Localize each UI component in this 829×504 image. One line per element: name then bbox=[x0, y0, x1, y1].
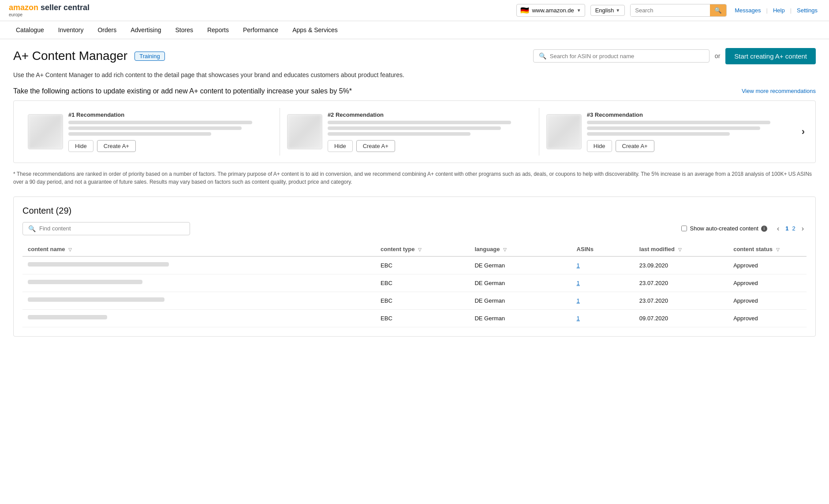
nav-advertising[interactable]: Advertising bbox=[123, 21, 168, 39]
header-links: Messages | Help | Settings bbox=[732, 7, 820, 14]
table-row: EBC DE German 1 23.09.2020 Approved bbox=[22, 256, 807, 274]
header-search-input[interactable] bbox=[631, 4, 710, 16]
table-cell-status-3: Approved bbox=[728, 292, 807, 309]
th-asins: ASINs bbox=[571, 242, 634, 256]
sort-last-modified-icon[interactable]: ▽ bbox=[678, 247, 682, 252]
next-page-button[interactable]: › bbox=[799, 224, 807, 233]
show-auto-label: Show auto-created content bbox=[690, 225, 758, 232]
rec-number-3: #3 Recommendation bbox=[587, 111, 791, 118]
nav-apps-services[interactable]: Apps & Services bbox=[285, 21, 345, 39]
table-cell-type-3: EBC bbox=[375, 292, 469, 309]
start-creating-button[interactable]: Start creating A+ content bbox=[725, 48, 816, 64]
table-cell-status-4: Approved bbox=[728, 309, 807, 327]
table-body: EBC DE German 1 23.09.2020 Approved EBC … bbox=[22, 256, 807, 327]
table-cell-lang-4: DE German bbox=[469, 309, 571, 327]
or-text: or bbox=[715, 52, 720, 59]
asins-link-4[interactable]: 1 bbox=[577, 315, 580, 322]
content-section: Content (29) 🔍 Show auto-created content… bbox=[13, 196, 816, 337]
sort-content-type-icon[interactable]: ▽ bbox=[418, 247, 422, 252]
content-section-title: Content (29) bbox=[22, 206, 807, 216]
rec-image-2 bbox=[287, 114, 322, 149]
prev-page-button[interactable]: ‹ bbox=[774, 224, 782, 233]
page-title-row: A+ Content Manager Training 🔍 or Start c… bbox=[13, 48, 816, 64]
footnote-text: * These recommendations are ranked in or… bbox=[13, 170, 816, 186]
rec-text-line-3a bbox=[587, 121, 771, 124]
carousel-container: #1 Recommendation Hide Create A+ #2 Reco… bbox=[13, 100, 816, 163]
asin-search-icon: 🔍 bbox=[539, 52, 546, 59]
rec-info-2: #2 Recommendation Hide Create A+ bbox=[328, 111, 532, 152]
dropdown-arrow-icon: ▼ bbox=[577, 8, 581, 13]
th-language: language ▽ bbox=[469, 242, 571, 256]
recommendation-card-3: #3 Recommendation Hide Create A+ bbox=[539, 108, 798, 156]
main-nav: Catalogue Inventory Orders Advertising S… bbox=[0, 21, 829, 39]
rec-hide-button-3[interactable]: Hide bbox=[587, 140, 612, 152]
page-title: A+ Content Manager bbox=[13, 49, 127, 63]
nav-catalogue[interactable]: Catalogue bbox=[9, 21, 51, 39]
rec-create-button-3[interactable]: Create A+ bbox=[616, 140, 654, 152]
rec-number-1: #1 Recommendation bbox=[68, 111, 273, 118]
nav-orders[interactable]: Orders bbox=[90, 21, 123, 39]
carousel-next-button[interactable]: › bbox=[798, 126, 808, 137]
sort-content-status-icon[interactable]: ▽ bbox=[776, 247, 780, 252]
table-cell-name-2 bbox=[22, 274, 375, 292]
find-content-search-icon: 🔍 bbox=[28, 225, 36, 232]
table-cell-asins-4: 1 bbox=[571, 309, 634, 327]
rec-info-3: #3 Recommendation Hide Create A+ bbox=[587, 111, 791, 152]
table-cell-asins-1: 1 bbox=[571, 256, 634, 274]
show-auto-created: Show auto-created content i bbox=[681, 225, 767, 232]
nav-stores[interactable]: Stores bbox=[168, 21, 200, 39]
header-search-button[interactable]: 🔍 bbox=[710, 4, 726, 16]
messages-link[interactable]: Messages bbox=[732, 7, 763, 14]
nav-reports[interactable]: Reports bbox=[200, 21, 236, 39]
rec-text-line-1c bbox=[68, 132, 211, 136]
settings-link[interactable]: Settings bbox=[794, 7, 820, 14]
rec-create-button-2[interactable]: Create A+ bbox=[356, 140, 395, 152]
show-auto-checkbox[interactable] bbox=[681, 226, 687, 231]
table-cell-lang-2: DE German bbox=[469, 274, 571, 292]
table-cell-asins-3: 1 bbox=[571, 292, 634, 309]
table-cell-type-4: EBC bbox=[375, 309, 469, 327]
view-more-link[interactable]: View more recommendations bbox=[742, 88, 816, 94]
info-icon[interactable]: i bbox=[761, 226, 767, 232]
training-badge[interactable]: Training bbox=[134, 52, 164, 61]
rec-create-button-1[interactable]: Create A+ bbox=[97, 140, 136, 152]
current-page[interactable]: 1 bbox=[785, 225, 788, 232]
logo: amazon seller central europe bbox=[9, 4, 90, 17]
help-link[interactable]: Help bbox=[770, 7, 788, 14]
asins-link-1[interactable]: 1 bbox=[577, 262, 580, 269]
recommendation-header: Take the following actions to update exi… bbox=[13, 87, 816, 95]
table-cell-modified-3: 23.07.2020 bbox=[634, 292, 728, 309]
recommendation-card-1: #1 Recommendation Hide Create A+ bbox=[21, 108, 280, 156]
rec-actions-1: Hide Create A+ bbox=[68, 140, 273, 152]
table-cell-modified-2: 23.07.2020 bbox=[634, 274, 728, 292]
content-table: content name ▽ content type ▽ language ▽… bbox=[22, 242, 807, 327]
table-cell-modified-1: 23.09.2020 bbox=[634, 256, 728, 274]
find-content-input[interactable] bbox=[39, 225, 184, 232]
sort-language-icon[interactable]: ▽ bbox=[503, 247, 507, 252]
nav-inventory[interactable]: Inventory bbox=[51, 21, 91, 39]
asins-link-2[interactable]: 1 bbox=[577, 280, 580, 286]
table-cell-lang-3: DE German bbox=[469, 292, 571, 309]
language-selector[interactable]: English ▼ bbox=[590, 5, 625, 16]
content-controls: 🔍 Show auto-created content i ‹ 1 2 › bbox=[22, 222, 807, 235]
th-content-status: content status ▽ bbox=[728, 242, 807, 256]
rec-text-line-2a bbox=[328, 121, 512, 124]
asins-link-3[interactable]: 1 bbox=[577, 297, 580, 304]
th-content-name: content name ▽ bbox=[22, 242, 375, 256]
table-cell-status-2: Approved bbox=[728, 274, 807, 292]
sort-content-name-icon[interactable]: ▽ bbox=[68, 247, 72, 252]
carousel-items: #1 Recommendation Hide Create A+ #2 Reco… bbox=[21, 108, 798, 156]
table-cell-name-4 bbox=[22, 309, 375, 327]
table-cell-name-1 bbox=[22, 256, 375, 274]
table-row: EBC DE German 1 23.07.2020 Approved bbox=[22, 274, 807, 292]
logo-sub: europe bbox=[9, 12, 90, 17]
rec-hide-button-2[interactable]: Hide bbox=[328, 140, 353, 152]
rec-text-line-1a bbox=[68, 121, 252, 124]
next-page-num[interactable]: 2 bbox=[792, 225, 795, 232]
rec-text-line-2b bbox=[328, 126, 501, 130]
top-header: amazon seller central europe 🇩🇪 www.amaz… bbox=[0, 0, 829, 21]
asin-search-input[interactable] bbox=[550, 53, 704, 59]
nav-performance[interactable]: Performance bbox=[236, 21, 285, 39]
country-selector[interactable]: 🇩🇪 www.amazon.de ▼ bbox=[516, 4, 585, 17]
rec-hide-button-1[interactable]: Hide bbox=[68, 140, 93, 152]
